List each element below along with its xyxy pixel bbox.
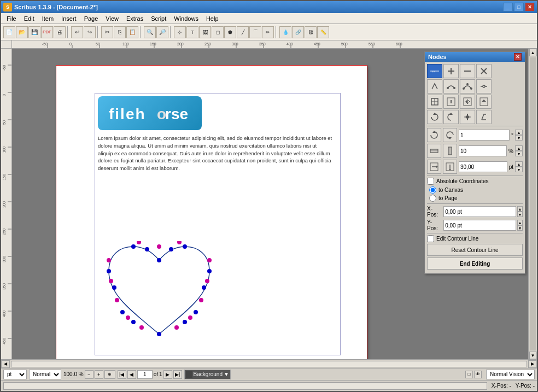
node-mirror-v-btn[interactable] bbox=[476, 95, 492, 109]
offset-x-icon-btn[interactable] bbox=[427, 160, 441, 174]
scale-spinner[interactable]: ▲ ▼ bbox=[515, 145, 523, 156]
menu-file[interactable]: File bbox=[3, 15, 20, 22]
node-mirror-h-btn[interactable] bbox=[460, 95, 475, 109]
toolbar-line[interactable]: ╱ bbox=[237, 26, 249, 38]
rotate-icon-btn[interactable] bbox=[427, 128, 441, 142]
scale-v-icon-btn[interactable] bbox=[443, 144, 457, 158]
rotate-down[interactable]: ▼ bbox=[515, 135, 523, 141]
menu-item[interactable]: Item bbox=[39, 15, 57, 22]
y-pos-down[interactable]: ▼ bbox=[517, 225, 523, 231]
node-add-btn[interactable] bbox=[443, 64, 459, 78]
x-pos-input[interactable] bbox=[443, 206, 516, 217]
to-page-radio[interactable] bbox=[429, 195, 436, 202]
nodes-close-button[interactable]: ✕ bbox=[514, 53, 522, 61]
toolbar-eyedrop[interactable]: 💧 bbox=[279, 26, 291, 38]
scale-up[interactable]: ▲ bbox=[515, 145, 523, 151]
reset-contour-button[interactable]: Reset Contour Line bbox=[427, 244, 523, 256]
scroll-track-v[interactable] bbox=[530, 57, 536, 350]
page-number-input[interactable] bbox=[137, 370, 153, 379]
y-pos-spinner[interactable]: ▲ ▼ bbox=[517, 220, 523, 231]
toolbar-polygon[interactable]: ⬟ bbox=[224, 26, 236, 38]
toolbar-open[interactable]: 📂 bbox=[16, 26, 28, 38]
node-remove-btn[interactable] bbox=[460, 64, 475, 78]
toolbar-shape[interactable]: ◻ bbox=[212, 26, 224, 38]
menu-help[interactable]: Help bbox=[203, 15, 222, 22]
mode-select[interactable]: Normal bbox=[29, 370, 61, 379]
node-align-btn[interactable] bbox=[443, 95, 459, 109]
toolbar-print[interactable]: 🖨 bbox=[54, 26, 66, 38]
node-move-btn[interactable]: ↔ bbox=[427, 64, 442, 78]
first-page-btn[interactable]: |◀ bbox=[118, 370, 126, 379]
toolbar-copy[interactable]: ⎘ bbox=[114, 26, 126, 38]
menu-script[interactable]: Script bbox=[148, 15, 169, 22]
display-mode-icon[interactable]: □ bbox=[465, 371, 473, 378]
offset-y-icon-btn[interactable] bbox=[443, 160, 457, 174]
node-rotate-btn[interactable] bbox=[427, 110, 442, 124]
rotate-spinner[interactable]: ▲ ▼ bbox=[515, 130, 523, 141]
node-scale-v-btn[interactable] bbox=[460, 110, 475, 124]
last-page-btn[interactable]: ▶| bbox=[173, 370, 182, 379]
background-selector[interactable]: Background ▼ bbox=[184, 370, 231, 379]
toolbar-save[interactable]: 💾 bbox=[28, 26, 40, 38]
menu-extras[interactable]: Extras bbox=[123, 15, 147, 22]
scroll-left-btn[interactable]: ◀ bbox=[1, 360, 10, 368]
rotate-value-input[interactable] bbox=[459, 130, 510, 141]
minimize-button[interactable]: _ bbox=[503, 3, 513, 11]
zoom-in-btn[interactable]: + bbox=[95, 370, 103, 379]
edit-contour-checkbox[interactable] bbox=[427, 235, 434, 242]
node-smooth-btn[interactable] bbox=[443, 79, 459, 93]
toolbar-redo[interactable]: ↪ bbox=[84, 26, 96, 38]
toolbar-cut[interactable]: ✂ bbox=[101, 26, 113, 38]
toolbar-new[interactable]: 📄 bbox=[3, 26, 15, 38]
scroll-right-btn[interactable]: ▶ bbox=[528, 360, 537, 368]
toolbar-freehand[interactable]: ✏ bbox=[262, 26, 274, 38]
menu-insert[interactable]: Insert bbox=[58, 15, 80, 22]
menu-windows[interactable]: Windows bbox=[171, 15, 202, 22]
eye-icon[interactable]: 👁 bbox=[474, 371, 482, 378]
to-canvas-radio[interactable] bbox=[429, 186, 436, 194]
scale-value-input[interactable] bbox=[459, 145, 507, 156]
menu-edit[interactable]: Edit bbox=[21, 15, 38, 22]
node-shear-btn[interactable] bbox=[476, 110, 492, 124]
offset-down[interactable]: ▼ bbox=[515, 167, 523, 172]
toolbar-unlink[interactable]: ⛓ bbox=[305, 26, 317, 38]
scroll-up-btn[interactable]: ▲ bbox=[529, 49, 537, 56]
rotate-up[interactable]: ▲ bbox=[515, 130, 523, 135]
toolbar-text[interactable]: T bbox=[186, 26, 198, 38]
canvas-area[interactable]: fileh o rse Lorem ipsum dolor sit amet, … bbox=[12, 49, 528, 359]
offset-up[interactable]: ▲ bbox=[515, 161, 523, 167]
next-page-btn[interactable]: ▶ bbox=[163, 370, 172, 379]
x-pos-down[interactable]: ▼ bbox=[517, 212, 523, 217]
rotate-dir-btn[interactable] bbox=[443, 128, 457, 142]
toolbar-measure[interactable]: 📏 bbox=[317, 26, 329, 38]
x-pos-spinner[interactable]: ▲ ▼ bbox=[517, 206, 523, 217]
toolbar-image[interactable]: 🖼 bbox=[199, 26, 211, 38]
x-pos-up[interactable]: ▲ bbox=[517, 206, 523, 212]
toolbar-zoom-in[interactable]: 🔍 bbox=[144, 26, 156, 38]
node-symmetric-btn[interactable] bbox=[460, 79, 475, 93]
node-cusp-btn[interactable] bbox=[427, 79, 442, 93]
node-delete-all-btn[interactable] bbox=[476, 64, 492, 78]
offset-value-input[interactable] bbox=[459, 161, 507, 172]
absolute-coords-checkbox[interactable] bbox=[427, 178, 434, 185]
toolbar-paste[interactable]: 📋 bbox=[126, 26, 138, 38]
menu-view[interactable]: View bbox=[102, 15, 122, 22]
zoom-actual-btn[interactable]: ⊕ bbox=[104, 370, 115, 379]
unit-select[interactable]: pt mm cm in bbox=[3, 370, 27, 379]
toolbar-pdf[interactable]: PDF bbox=[41, 26, 53, 38]
vision-select[interactable]: Normal Vision bbox=[486, 370, 535, 379]
toolbar-bezier[interactable]: ⌒ bbox=[249, 26, 261, 38]
toolbar-select[interactable]: ⊹ bbox=[174, 26, 186, 38]
maximize-button[interactable]: □ bbox=[514, 3, 524, 11]
vertical-scrollbar[interactable]: ▲ ▼ bbox=[528, 49, 537, 359]
zoom-out-btn[interactable]: − bbox=[85, 370, 93, 379]
node-scale-h-btn[interactable] bbox=[443, 110, 459, 124]
menu-page[interactable]: Page bbox=[81, 15, 102, 22]
close-button[interactable]: ✕ bbox=[525, 3, 535, 11]
scale-down[interactable]: ▼ bbox=[515, 151, 523, 156]
end-editing-button[interactable]: End Editing bbox=[427, 258, 523, 270]
scale-h-icon-btn[interactable] bbox=[427, 144, 441, 158]
toolbar-zoom-out[interactable]: 🔎 bbox=[156, 26, 168, 38]
node-control-btn[interactable] bbox=[427, 95, 442, 109]
toolbar-undo[interactable]: ↩ bbox=[71, 26, 83, 38]
